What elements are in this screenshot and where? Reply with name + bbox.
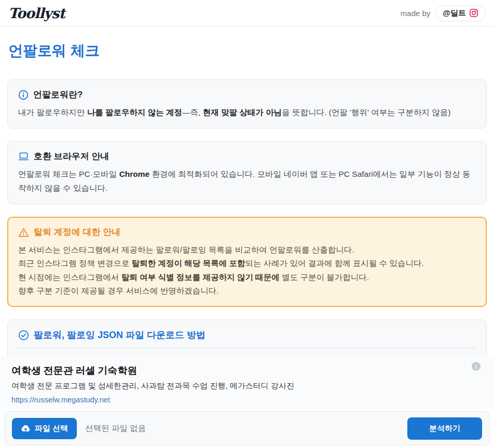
cloud-upload-icon xyxy=(21,425,31,432)
warning-line-2: 최근 인스타그램 정책 변경으로 탈퇴한 계정이 해당 목록에 포함되는 사례가… xyxy=(18,257,476,270)
header: Toollyst made by @딜트 xyxy=(0,0,494,26)
text-segment-bold: 현재 맞팔 상태가 아님 xyxy=(203,108,282,117)
warning-line-4: 향후 구분 기준이 제공될 경우 서비스에 반영하겠습니다. xyxy=(18,284,476,298)
made-by-label: made by xyxy=(401,9,431,18)
file-select-button[interactable]: 파일 선택 xyxy=(12,418,77,439)
card-title: 탈퇴 계정에 대한 안내 xyxy=(34,226,120,238)
ad-info-icon[interactable]: i xyxy=(472,362,481,371)
text-segment: —즉, xyxy=(182,108,203,117)
card-withdrawn-warning: 탈퇴 계정에 대한 안내 본 서비스는 인스타그램에서 제공하는 팔로워/팔로잉… xyxy=(7,217,487,307)
card-browser-notice: 호환 브라우저 안내 언팔로워 체크는 PC·모바일 Chrome 환경에 최적… xyxy=(7,141,487,204)
text-segment: 을 뜻합니다. (언팔 '행위' 여부는 구분하지 않음) xyxy=(282,108,450,117)
card-body: 본 서비스는 인스타그램에서 제공하는 팔로워/팔로잉 목록을 비교하여 언팔로… xyxy=(18,243,476,298)
file-action-bar: 파일 선택 선택된 파일 없음 분석하기 xyxy=(4,411,490,445)
warning-icon xyxy=(18,227,29,237)
card-title: 호환 브라우저 안내 xyxy=(34,150,109,162)
warning-line-3: 현 시점에는 인스타그램에서 탈퇴 여부 식별 정보를 제공하지 않기 때문에 … xyxy=(18,271,476,284)
card-unfollower-definition: 언팔로워란? 내가 팔로우하지만 나를 팔로우하지 않는 계정—즉, 현재 맞팔… xyxy=(7,79,487,129)
credit-handle: @딜트 xyxy=(443,8,466,18)
ad-url-link[interactable]: https://russelw.megastudy.net xyxy=(11,396,110,404)
file-status-text: 선택된 파일 없음 xyxy=(85,423,407,434)
divider xyxy=(18,348,476,348)
text-segment-bold: 나를 팔로우하지 않는 계정 xyxy=(87,108,182,117)
app-logo[interactable]: Toollyst xyxy=(8,5,65,21)
credit-pill-button[interactable]: @딜트 xyxy=(435,5,486,21)
card-title: 언팔로워란? xyxy=(33,89,83,101)
info-icon xyxy=(18,90,29,100)
text-segment: 언팔로워 체크는 PC·모바일 xyxy=(18,170,119,178)
analyze-button[interactable]: 분석하기 xyxy=(407,417,482,440)
made-by-area: made by @딜트 xyxy=(401,5,486,21)
text-segment-bold: Chrome xyxy=(119,170,150,178)
card-body: 언팔로워 체크는 PC·모바일 Chrome 환경에 최적화되어 있습니다. 모… xyxy=(18,167,476,195)
main-content: 언팔로워 체크 언팔로워란? 내가 팔로우하지만 나를 팔로우하지 않는 계정—… xyxy=(0,41,494,408)
card-title: 팔로워, 팔로잉 JSON 파일 다운로드 방법 xyxy=(34,329,205,341)
card-body: 내가 팔로우하지만 나를 팔로우하지 않는 계정—즉, 현재 맞팔 상태가 아님… xyxy=(18,106,476,119)
ad-title-link[interactable]: 여학생 전문관 러셀 기숙학원 xyxy=(11,364,483,377)
laptop-icon xyxy=(18,151,29,162)
instagram-icon xyxy=(469,8,478,18)
ad-banner: 여학생 전문관 러셀 기숙학원 여학생 전문 프로그램 및 섬세한관리, 사과탐… xyxy=(0,356,494,409)
text-segment: 내가 팔로우하지만 xyxy=(18,108,87,117)
ad-description: 여학생 전문 프로그램 및 섬세한관리, 사과탐 전과목 수업 진행, 메가스터… xyxy=(11,381,483,391)
check-circle-icon xyxy=(18,330,29,341)
warning-line-1: 본 서비스는 인스타그램에서 제공하는 팔로워/팔로잉 목록을 비교하여 언팔로… xyxy=(18,243,476,257)
page-title: 언팔로워 체크 xyxy=(8,41,486,61)
file-select-label: 파일 선택 xyxy=(35,424,68,433)
